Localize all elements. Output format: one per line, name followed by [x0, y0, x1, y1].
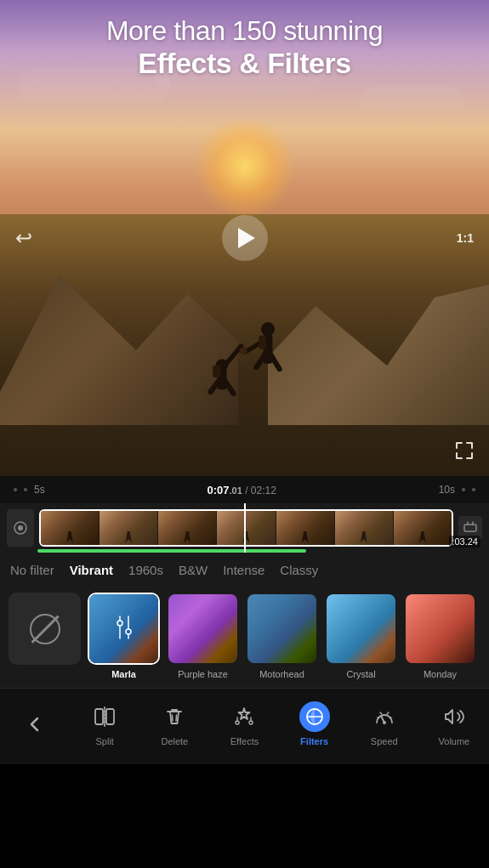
svg-line-27 — [173, 715, 173, 721]
filter-thumb-inner-motorhead — [247, 594, 316, 663]
filter-tab-intense[interactable]: Intense — [223, 561, 264, 579]
delete-icon — [159, 701, 190, 732]
toolbar-item-delete[interactable]: Delete — [147, 701, 202, 746]
back-button[interactable] — [8, 709, 63, 740]
filter-label-motorhead: Motorhead — [259, 669, 304, 679]
hero-section: More than 150 stunning Effects & Filters… — [0, 0, 489, 476]
speed-icon — [369, 701, 400, 732]
svg-point-12 — [239, 347, 247, 355]
strip-frame-5 — [276, 511, 334, 545]
svg-line-37 — [380, 712, 382, 714]
strip-frame-1 — [41, 511, 99, 545]
title-overlay: More than 150 stunning Effects & Filters — [0, 15, 489, 80]
filter-thumb-inner-purple-haze — [168, 594, 237, 663]
svg-point-36 — [383, 721, 386, 724]
time-left-marker: 5s — [34, 484, 45, 496]
filter-thumb-inner-crystal — [327, 594, 395, 663]
filter-thumb-marla — [88, 593, 160, 665]
filter-label-purple-haze: Purple haze — [178, 669, 228, 679]
filter-thumb-motorhead — [246, 593, 318, 665]
svg-point-14 — [18, 525, 23, 530]
svg-point-21 — [126, 629, 131, 634]
bottom-toolbar: Split Delete Effects — [0, 688, 489, 764]
strip-frame-3 — [158, 511, 216, 545]
strip-frame-4 — [217, 511, 275, 545]
toolbar-label-filters: Filters — [300, 736, 328, 746]
filter-tab-bw[interactable]: B&W — [179, 561, 208, 579]
hero-title-line2: Effects & Filters — [0, 47, 489, 80]
toolbar-label-effects: Effects — [230, 736, 259, 746]
svg-rect-15 — [464, 525, 476, 531]
toolbar-item-effects[interactable]: Effects — [217, 701, 272, 746]
toolbar-label-volume: Volume — [439, 736, 470, 746]
svg-line-28 — [176, 715, 177, 721]
svg-rect-11 — [259, 335, 266, 349]
filter-thumb-crystal — [325, 593, 397, 665]
strip-frame-6 — [335, 511, 393, 545]
filter-label-marla: Marla — [111, 669, 136, 679]
effects-icon — [229, 701, 259, 732]
strip-frame-7 — [394, 511, 452, 545]
svg-point-6 — [260, 322, 274, 336]
timeline-section: 5s 0:07.01 / 02:12 10s :03.24 — [0, 476, 489, 553]
svg-rect-5 — [213, 366, 220, 377]
strip-icon-left[interactable] — [7, 509, 34, 547]
toolbar-item-split[interactable]: Split — [77, 701, 133, 746]
play-button[interactable] — [222, 215, 268, 261]
dot-2 — [24, 488, 27, 491]
filter-item-no-filter[interactable] — [9, 593, 81, 669]
back-icon — [20, 709, 50, 740]
toolbar-item-filters[interactable]: Filters — [287, 701, 342, 746]
filter-tab-no-filter[interactable]: No filter — [10, 561, 54, 579]
cloud-2 — [361, 85, 463, 111]
toolbar-label-delete: Delete — [161, 736, 188, 746]
filters-icon — [299, 701, 330, 732]
filter-item-purple-haze[interactable]: Purple haze — [167, 593, 239, 679]
time-right-marker: 10s — [439, 484, 455, 496]
filter-tabs: No filter Vibrant 1960s B&W Intense Clas… — [0, 553, 489, 587]
svg-line-4 — [222, 346, 242, 369]
filter-item-marla[interactable]: Marla — [88, 593, 160, 679]
filter-tab-classy[interactable]: Classy — [280, 561, 318, 579]
playhead — [244, 503, 246, 553]
strip-duration: :03.24 — [449, 536, 480, 547]
timeline-bar[interactable]: 5s 0:07.01 / 02:12 10s — [0, 476, 489, 503]
fullscreen-button[interactable] — [455, 441, 474, 464]
filter-label-crystal: Crystal — [346, 669, 375, 679]
filter-thumb-inner-monday — [406, 594, 475, 663]
filter-item-motorhead[interactable]: Motorhead — [246, 593, 318, 679]
filter-item-monday[interactable]: Monday — [404, 593, 476, 679]
toolbar-item-speed[interactable]: Speed — [356, 701, 412, 746]
filter-item-crystal[interactable]: Crystal — [325, 593, 397, 679]
filter-thumb-purple-haze — [167, 593, 239, 665]
progress-bar — [37, 549, 306, 553]
video-strip-container: :03.24 — [0, 503, 489, 553]
svg-rect-25 — [106, 709, 114, 724]
toolbar-label-speed: Speed — [371, 736, 398, 746]
svg-point-18 — [117, 621, 122, 626]
video-strip[interactable] — [39, 509, 453, 547]
figures-silhouette — [160, 247, 330, 400]
dot-4 — [472, 488, 475, 491]
filter-label-monday: Monday — [424, 669, 457, 679]
no-filter-icon — [30, 614, 60, 644]
ratio-badge[interactable]: 1:1 — [457, 231, 474, 245]
hero-title-line1: More than 150 stunning — [0, 15, 489, 47]
filter-tab-1960s[interactable]: 1960s — [128, 561, 163, 579]
sun-glow — [194, 116, 296, 218]
filter-tab-vibrant[interactable]: Vibrant — [70, 561, 113, 579]
split-icon — [89, 701, 120, 732]
strip-frame-2 — [100, 511, 157, 545]
dot-3 — [462, 488, 465, 491]
dot-1 — [14, 488, 17, 491]
time-current: 0:07.01 / 02:12 — [180, 484, 303, 496]
toolbar-label-split: Split — [96, 736, 114, 746]
filter-thumb-no-filter — [9, 593, 81, 665]
filter-grid: Marla Purple haze Motorhead Crystal Mond… — [0, 587, 489, 688]
play-icon — [238, 228, 255, 248]
toolbar-item-volume[interactable]: Volume — [426, 701, 481, 746]
svg-line-38 — [387, 712, 389, 714]
undo-button[interactable]: ↩ — [15, 226, 32, 250]
volume-icon — [439, 701, 469, 732]
svg-rect-24 — [95, 709, 103, 724]
